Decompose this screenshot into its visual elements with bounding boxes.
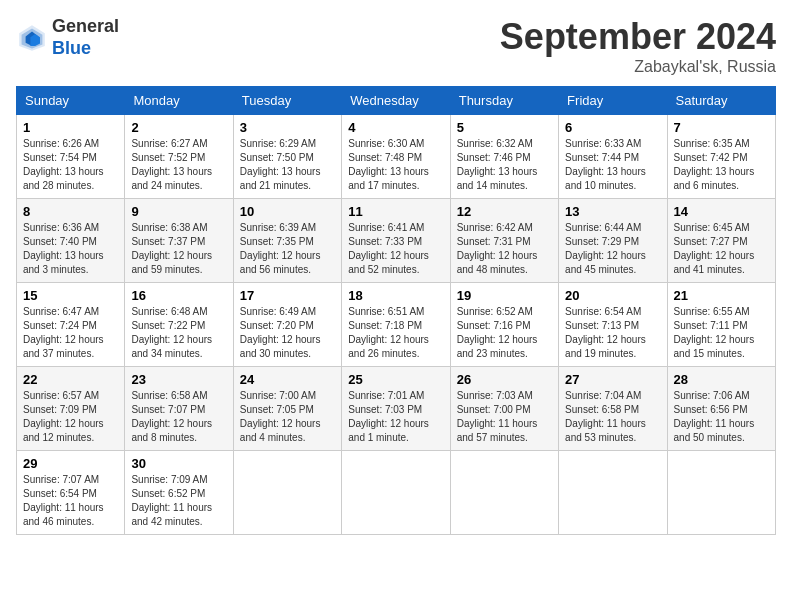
day-number: 13 [565, 204, 660, 219]
day-info: Sunrise: 6:39 AMSunset: 7:35 PMDaylight:… [240, 221, 335, 277]
day-info: Sunrise: 6:57 AMSunset: 7:09 PMDaylight:… [23, 389, 118, 445]
calendar-day-cell: 8Sunrise: 6:36 AMSunset: 7:40 PMDaylight… [17, 199, 125, 283]
calendar-week-row: 8Sunrise: 6:36 AMSunset: 7:40 PMDaylight… [17, 199, 776, 283]
calendar-day-cell: 25Sunrise: 7:01 AMSunset: 7:03 PMDayligh… [342, 367, 450, 451]
day-info: Sunrise: 6:45 AMSunset: 7:27 PMDaylight:… [674, 221, 769, 277]
day-number: 22 [23, 372, 118, 387]
weekday-header-thursday: Thursday [450, 87, 558, 115]
day-number: 21 [674, 288, 769, 303]
day-info: Sunrise: 6:36 AMSunset: 7:40 PMDaylight:… [23, 221, 118, 277]
day-info: Sunrise: 6:47 AMSunset: 7:24 PMDaylight:… [23, 305, 118, 361]
day-info: Sunrise: 6:38 AMSunset: 7:37 PMDaylight:… [131, 221, 226, 277]
calendar-day-cell: 24Sunrise: 7:00 AMSunset: 7:05 PMDayligh… [233, 367, 341, 451]
calendar-day-cell [233, 451, 341, 535]
day-info: Sunrise: 6:51 AMSunset: 7:18 PMDaylight:… [348, 305, 443, 361]
day-number: 1 [23, 120, 118, 135]
day-info: Sunrise: 7:06 AMSunset: 6:56 PMDaylight:… [674, 389, 769, 445]
day-number: 18 [348, 288, 443, 303]
calendar-week-row: 1Sunrise: 6:26 AMSunset: 7:54 PMDaylight… [17, 115, 776, 199]
calendar-day-cell: 19Sunrise: 6:52 AMSunset: 7:16 PMDayligh… [450, 283, 558, 367]
calendar-day-cell: 18Sunrise: 6:51 AMSunset: 7:18 PMDayligh… [342, 283, 450, 367]
day-info: Sunrise: 6:26 AMSunset: 7:54 PMDaylight:… [23, 137, 118, 193]
logo-blue-text: Blue [52, 38, 91, 58]
day-info: Sunrise: 7:03 AMSunset: 7:00 PMDaylight:… [457, 389, 552, 445]
calendar-day-cell: 3Sunrise: 6:29 AMSunset: 7:50 PMDaylight… [233, 115, 341, 199]
calendar-day-cell [342, 451, 450, 535]
day-info: Sunrise: 7:04 AMSunset: 6:58 PMDaylight:… [565, 389, 660, 445]
day-number: 25 [348, 372, 443, 387]
calendar-day-cell: 11Sunrise: 6:41 AMSunset: 7:33 PMDayligh… [342, 199, 450, 283]
calendar-day-cell: 6Sunrise: 6:33 AMSunset: 7:44 PMDaylight… [559, 115, 667, 199]
calendar-day-cell: 22Sunrise: 6:57 AMSunset: 7:09 PMDayligh… [17, 367, 125, 451]
calendar-day-cell: 28Sunrise: 7:06 AMSunset: 6:56 PMDayligh… [667, 367, 775, 451]
day-number: 28 [674, 372, 769, 387]
day-info: Sunrise: 6:32 AMSunset: 7:46 PMDaylight:… [457, 137, 552, 193]
month-title: September 2024 [500, 16, 776, 58]
calendar-day-cell: 23Sunrise: 6:58 AMSunset: 7:07 PMDayligh… [125, 367, 233, 451]
day-number: 23 [131, 372, 226, 387]
day-info: Sunrise: 6:42 AMSunset: 7:31 PMDaylight:… [457, 221, 552, 277]
day-number: 26 [457, 372, 552, 387]
calendar-day-cell [450, 451, 558, 535]
day-number: 4 [348, 120, 443, 135]
generalblue-icon [16, 22, 48, 54]
calendar-day-cell: 13Sunrise: 6:44 AMSunset: 7:29 PMDayligh… [559, 199, 667, 283]
calendar-day-cell: 29Sunrise: 7:07 AMSunset: 6:54 PMDayligh… [17, 451, 125, 535]
title-block: September 2024 Zabaykal'sk, Russia [500, 16, 776, 76]
calendar-day-cell: 4Sunrise: 6:30 AMSunset: 7:48 PMDaylight… [342, 115, 450, 199]
page-header: General Blue September 2024 Zabaykal'sk,… [16, 16, 776, 76]
calendar-day-cell: 20Sunrise: 6:54 AMSunset: 7:13 PMDayligh… [559, 283, 667, 367]
day-number: 20 [565, 288, 660, 303]
day-number: 10 [240, 204, 335, 219]
day-info: Sunrise: 7:01 AMSunset: 7:03 PMDaylight:… [348, 389, 443, 445]
day-info: Sunrise: 7:07 AMSunset: 6:54 PMDaylight:… [23, 473, 118, 529]
day-number: 19 [457, 288, 552, 303]
day-number: 3 [240, 120, 335, 135]
calendar-day-cell [667, 451, 775, 535]
calendar-day-cell: 21Sunrise: 6:55 AMSunset: 7:11 PMDayligh… [667, 283, 775, 367]
day-info: Sunrise: 6:48 AMSunset: 7:22 PMDaylight:… [131, 305, 226, 361]
day-number: 16 [131, 288, 226, 303]
weekday-header-sunday: Sunday [17, 87, 125, 115]
calendar-day-cell: 10Sunrise: 6:39 AMSunset: 7:35 PMDayligh… [233, 199, 341, 283]
calendar-day-cell: 2Sunrise: 6:27 AMSunset: 7:52 PMDaylight… [125, 115, 233, 199]
weekday-header-tuesday: Tuesday [233, 87, 341, 115]
calendar-day-cell: 27Sunrise: 7:04 AMSunset: 6:58 PMDayligh… [559, 367, 667, 451]
weekday-header-friday: Friday [559, 87, 667, 115]
day-info: Sunrise: 6:35 AMSunset: 7:42 PMDaylight:… [674, 137, 769, 193]
calendar-week-row: 22Sunrise: 6:57 AMSunset: 7:09 PMDayligh… [17, 367, 776, 451]
day-number: 11 [348, 204, 443, 219]
calendar-table: SundayMondayTuesdayWednesdayThursdayFrid… [16, 86, 776, 535]
calendar-week-row: 15Sunrise: 6:47 AMSunset: 7:24 PMDayligh… [17, 283, 776, 367]
location-subtitle: Zabaykal'sk, Russia [500, 58, 776, 76]
day-number: 29 [23, 456, 118, 471]
calendar-day-cell: 5Sunrise: 6:32 AMSunset: 7:46 PMDaylight… [450, 115, 558, 199]
calendar-day-cell: 15Sunrise: 6:47 AMSunset: 7:24 PMDayligh… [17, 283, 125, 367]
day-info: Sunrise: 7:00 AMSunset: 7:05 PMDaylight:… [240, 389, 335, 445]
day-number: 30 [131, 456, 226, 471]
calendar-day-cell: 1Sunrise: 6:26 AMSunset: 7:54 PMDaylight… [17, 115, 125, 199]
weekday-header-monday: Monday [125, 87, 233, 115]
calendar-day-cell [559, 451, 667, 535]
day-info: Sunrise: 6:41 AMSunset: 7:33 PMDaylight:… [348, 221, 443, 277]
day-info: Sunrise: 6:55 AMSunset: 7:11 PMDaylight:… [674, 305, 769, 361]
weekday-header-wednesday: Wednesday [342, 87, 450, 115]
weekday-header-saturday: Saturday [667, 87, 775, 115]
day-number: 24 [240, 372, 335, 387]
logo: General Blue [16, 16, 119, 59]
calendar-day-cell: 16Sunrise: 6:48 AMSunset: 7:22 PMDayligh… [125, 283, 233, 367]
day-number: 8 [23, 204, 118, 219]
weekday-header-row: SundayMondayTuesdayWednesdayThursdayFrid… [17, 87, 776, 115]
day-number: 12 [457, 204, 552, 219]
day-number: 15 [23, 288, 118, 303]
day-info: Sunrise: 6:49 AMSunset: 7:20 PMDaylight:… [240, 305, 335, 361]
calendar-day-cell: 30Sunrise: 7:09 AMSunset: 6:52 PMDayligh… [125, 451, 233, 535]
day-number: 2 [131, 120, 226, 135]
day-info: Sunrise: 6:27 AMSunset: 7:52 PMDaylight:… [131, 137, 226, 193]
day-number: 5 [457, 120, 552, 135]
day-number: 6 [565, 120, 660, 135]
calendar-day-cell: 9Sunrise: 6:38 AMSunset: 7:37 PMDaylight… [125, 199, 233, 283]
calendar-day-cell: 26Sunrise: 7:03 AMSunset: 7:00 PMDayligh… [450, 367, 558, 451]
day-info: Sunrise: 6:58 AMSunset: 7:07 PMDaylight:… [131, 389, 226, 445]
day-info: Sunrise: 6:52 AMSunset: 7:16 PMDaylight:… [457, 305, 552, 361]
